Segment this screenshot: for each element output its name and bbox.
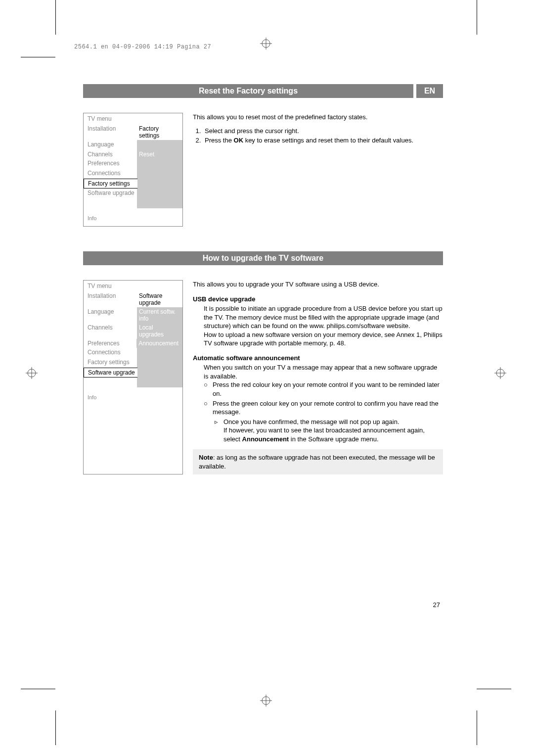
- menu-info: Info: [84, 387, 182, 405]
- menu-spacer: [84, 378, 137, 387]
- menu-right-blank: [137, 169, 182, 179]
- bullet-icon: ○: [204, 399, 213, 417]
- note-label: Note: [199, 454, 213, 461]
- page: 2564.1 en 04-09-2006 14:19 Pagina 27 Res…: [0, 0, 534, 756]
- menu-item: Reset: [137, 150, 182, 159]
- menu-item-selected: Software upgrade: [84, 368, 137, 378]
- menu-item: Preferences: [84, 159, 137, 169]
- tv-menu-factory: TV menu Installation Factory settings La…: [83, 113, 183, 227]
- menu-right-blank: [137, 140, 182, 150]
- menu-item: Software upgrade: [84, 189, 137, 198]
- steps-list: Select and press the cursor right. Press…: [193, 127, 443, 145]
- menu-item-selected: Factory settings: [84, 179, 137, 189]
- section-title: How to upgrade the TV software: [83, 251, 443, 265]
- menu-right-blank: [137, 189, 182, 198]
- menu-info: Info: [84, 208, 182, 226]
- menu-right-heading: Factory settings: [137, 124, 182, 140]
- menu-item: Preferences: [84, 339, 136, 348]
- registration-mark-icon: [260, 695, 272, 707]
- imposition-header: 2564.1 en 04-09-2006 14:19 Pagina 27: [74, 44, 211, 50]
- menu-item: Channels: [84, 150, 137, 159]
- menu-right-blank: [137, 358, 182, 368]
- menu-left-heading: Installation: [84, 291, 137, 307]
- menu-item: Announcement: [136, 339, 182, 348]
- tv-menu-upgrade: TV menu Installation Software upgrade La…: [83, 280, 183, 474]
- usb-paragraph: It is possible to initiate an upgrade pr…: [204, 304, 443, 331]
- menu-right-blank: [137, 368, 182, 378]
- menu-right-blank: [137, 348, 182, 358]
- sub-bullet-text: Once you have confirmed, the message wil…: [223, 418, 443, 444]
- registration-mark-icon: [26, 367, 38, 379]
- menu-item: Connections: [84, 169, 137, 179]
- body-text: This allows you to upgrade your TV softw…: [193, 280, 443, 474]
- menu-item: Local upgrades: [137, 323, 182, 339]
- crop-mark: [55, 710, 56, 745]
- usb-heading: USB device upgrade: [193, 295, 443, 304]
- registration-mark-icon: [494, 367, 506, 379]
- menu-right-blank: [137, 198, 182, 208]
- intro-text: This allows you to upgrade your TV softw…: [193, 280, 443, 289]
- menu-item: Current softw. info: [137, 307, 182, 323]
- menu-item: Language: [84, 307, 137, 323]
- section-software-upgrade: TV menu Installation Software upgrade La…: [83, 280, 443, 474]
- step: Select and press the cursor right.: [203, 127, 443, 136]
- menu-right-blank: [137, 378, 182, 387]
- triangle-icon: ▹: [215, 418, 223, 444]
- intro-text: This allows you to reset most of the pre…: [193, 113, 443, 122]
- menu-left-heading: Installation: [84, 124, 137, 140]
- bullet-item: ○ Press the green colour key on your rem…: [204, 399, 443, 417]
- note-text: : as long as the software upgrade has no…: [199, 454, 435, 470]
- crop-mark: [55, 0, 56, 35]
- step: Press the OK key to erase settings and r…: [203, 136, 443, 145]
- menu-item: Factory settings: [84, 358, 137, 368]
- bullet-text: Press the red colour key on your remote …: [213, 380, 443, 398]
- crop-mark: [477, 689, 511, 689]
- page-content: Reset the Factory settings EN TV menu In…: [83, 84, 443, 499]
- menu-title: TV menu: [84, 281, 182, 291]
- menu-right-blank: [137, 159, 182, 169]
- menu-spacer: [84, 198, 137, 208]
- menu-title: TV menu: [84, 113, 182, 124]
- bullet-icon: ○: [204, 380, 213, 398]
- menu-item: Connections: [84, 348, 137, 358]
- section-factory-reset: TV menu Installation Factory settings La…: [83, 113, 443, 227]
- menu-item: Language: [84, 140, 137, 150]
- section-title: Reset the Factory settings: [83, 84, 413, 98]
- menu-item: Channels: [84, 323, 137, 339]
- menu-right-heading: Software upgrade: [137, 291, 182, 307]
- usb-paragraph: How to upload a new software version on …: [204, 331, 443, 348]
- crop-mark: [477, 710, 477, 745]
- registration-mark-icon: [260, 38, 272, 49]
- sub-bullet-item: ▹ Once you have confirmed, the message w…: [215, 418, 443, 444]
- bullet-text: Press the green colour key on your remot…: [213, 399, 443, 417]
- body-text: This allows you to reset most of the pre…: [193, 113, 443, 227]
- language-badge: EN: [416, 84, 443, 98]
- note-box: Note: as long as the software upgrade ha…: [193, 449, 443, 474]
- menu-right-blank: [137, 179, 182, 189]
- section-title-bar: Reset the Factory settings EN: [83, 84, 443, 98]
- crop-mark: [21, 57, 55, 57]
- crop-mark: [21, 689, 55, 689]
- bullet-item: ○ Press the red colour key on your remot…: [204, 380, 443, 398]
- auto-intro: When you switch on your TV a message may…: [204, 363, 443, 380]
- page-number: 27: [433, 601, 440, 609]
- auto-heading: Automatic software announcement: [193, 354, 443, 363]
- section-title-bar: How to upgrade the TV software: [83, 251, 443, 265]
- crop-mark: [477, 0, 477, 35]
